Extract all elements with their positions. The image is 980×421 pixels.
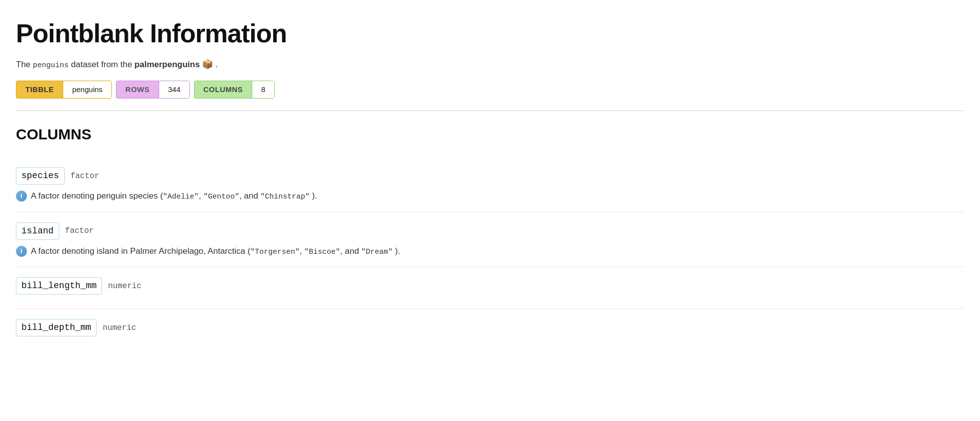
badge-tibble: TIBBLE penguins	[16, 81, 112, 99]
column-name-bill-depth: bill_depth_mm	[16, 319, 97, 336]
tibble-value: penguins	[63, 81, 112, 99]
column-name-bill-length: bill_length_mm	[16, 277, 102, 295]
column-header-island: island factor	[16, 222, 964, 240]
columns-section-title: COLUMNS	[16, 123, 964, 145]
column-type-bill-depth: numeric	[102, 322, 136, 334]
rows-value: 344	[159, 81, 190, 99]
badge-rows: ROWS 344	[116, 81, 190, 99]
subtitle-prefix: The	[16, 60, 33, 69]
column-header-bill-depth: bill_depth_mm numeric	[16, 319, 964, 336]
columns-label: COLUMNS	[194, 81, 252, 99]
column-header-bill-length: bill_length_mm numeric	[16, 277, 964, 295]
columns-value: 8	[252, 81, 275, 99]
column-name-species: species	[16, 167, 65, 185]
desc-code-dream: "Dream"	[361, 248, 392, 256]
column-name-island: island	[16, 222, 59, 240]
desc-code-2: "Gentoo"	[203, 193, 239, 201]
description-text-species: A factor denoting penguin species ("Adel…	[31, 190, 317, 203]
column-type-bill-length: numeric	[108, 280, 141, 292]
tibble-label: TIBBLE	[16, 81, 63, 99]
description-text-island: A factor denoting island in Palmer Archi…	[31, 245, 400, 258]
badges-row: TIBBLE penguins ROWS 344 COLUMNS 8	[16, 81, 964, 99]
info-icon-island: i	[16, 246, 27, 257]
subtitle-dataset-code: penguins	[33, 61, 69, 70]
desc-code-biscoe: "Biscoe"	[304, 248, 340, 256]
column-description-island: i A factor denoting island in Palmer Arc…	[16, 245, 964, 258]
badge-columns: COLUMNS 8	[194, 81, 275, 99]
package-icon: 📦	[202, 59, 213, 69]
page-title: Pointblank Information	[16, 14, 964, 53]
desc-code-1: "Adelie"	[163, 193, 199, 201]
subtitle-suffix: .	[213, 60, 217, 69]
column-type-species: factor	[71, 170, 99, 182]
rows-label: ROWS	[116, 81, 159, 99]
desc-code-torgersen: "Torgersen"	[250, 248, 299, 256]
column-entry-bill-length: bill_length_mm numeric	[16, 267, 964, 309]
desc-code-3: "Chinstrap"	[261, 193, 310, 201]
columns-list: species factor i A factor denoting pengu…	[16, 157, 964, 350]
column-description-species: i A factor denoting penguin species ("Ad…	[16, 190, 964, 203]
column-entry-bill-depth: bill_depth_mm numeric	[16, 309, 964, 350]
column-type-island: factor	[65, 225, 94, 237]
subtitle-middle: dataset from the	[69, 60, 134, 69]
column-entry-species: species factor i A factor denoting pengu…	[16, 157, 964, 212]
section-divider	[16, 110, 964, 111]
subtitle: The penguins dataset from the palmerpeng…	[16, 58, 964, 72]
subtitle-package: palmerpenguins	[134, 60, 199, 69]
info-icon-species: i	[16, 191, 27, 202]
column-header-species: species factor	[16, 167, 964, 185]
column-entry-island: island factor i A factor denoting island…	[16, 212, 964, 267]
